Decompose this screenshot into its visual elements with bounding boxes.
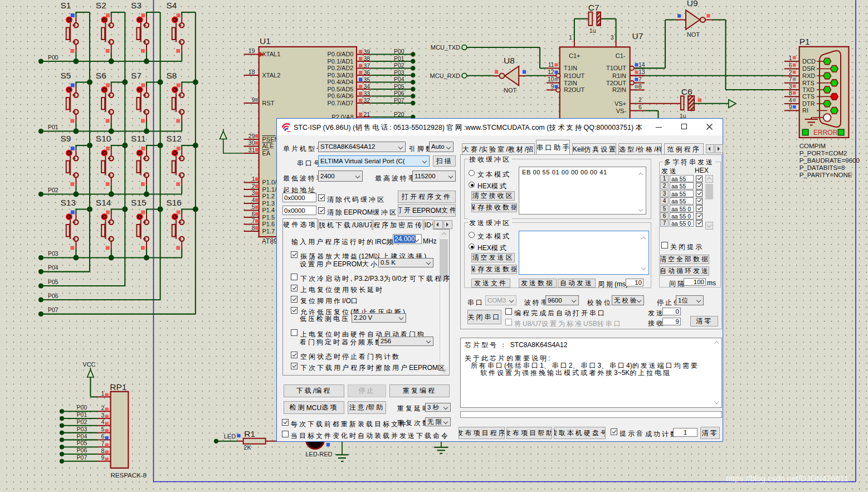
svg-text:P05: P05 <box>77 440 87 446</box>
svg-text:S12: S12 <box>166 134 182 143</box>
svg-text:VCC: VCC <box>82 361 95 368</box>
svg-text:2K: 2K <box>243 444 251 451</box>
svg-text:3: 3 <box>611 34 614 41</box>
svg-text:38: 38 <box>364 55 370 62</box>
svg-text:P0.7/AD7: P0.7/AD7 <box>327 100 353 106</box>
svg-text:NOT: NOT <box>687 31 700 38</box>
svg-text:1: 1 <box>569 34 572 41</box>
svg-text:8: 8 <box>638 83 642 90</box>
svg-text:8: 8 <box>789 90 792 96</box>
svg-text:COMPIM: COMPIM <box>799 143 826 149</box>
svg-text:XTAL1: XTAL1 <box>262 51 281 57</box>
svg-text:T2OUT: T2OUT <box>606 80 626 86</box>
svg-text:S7: S7 <box>131 71 142 80</box>
svg-text:12: 12 <box>548 69 554 75</box>
svg-text:RTS: RTS <box>802 80 815 86</box>
svg-text:P20: P20 <box>394 111 404 118</box>
svg-text:P02: P02 <box>48 187 58 193</box>
svg-text:35: 35 <box>364 76 370 83</box>
svg-text:P07: P07 <box>394 97 404 104</box>
svg-text:5: 5 <box>101 426 104 432</box>
svg-text:R1OUT: R1OUT <box>564 72 585 79</box>
svg-text:P1.3: P1.3 <box>262 200 275 207</box>
svg-text:33: 33 <box>364 90 370 97</box>
svg-text:RXD: RXD <box>802 72 815 79</box>
svg-text:C1+: C1+ <box>569 52 581 59</box>
svg-text:P03: P03 <box>394 69 404 76</box>
svg-text:P1.5: P1.5 <box>262 214 275 221</box>
svg-text:RI: RI <box>802 107 808 114</box>
svg-text:P00: P00 <box>394 48 404 55</box>
svg-text:P01: P01 <box>77 411 87 418</box>
svg-text:P07: P07 <box>77 454 87 461</box>
svg-text:7: 7 <box>101 440 104 447</box>
svg-text:P02: P02 <box>77 418 87 425</box>
svg-text:34: 34 <box>364 83 370 90</box>
svg-text:P06: P06 <box>48 293 58 299</box>
svg-text:31: 31 <box>248 147 255 153</box>
svg-text:30: 30 <box>248 139 255 146</box>
svg-text:LED: LED <box>224 433 236 440</box>
svg-text:P01: P01 <box>394 55 404 62</box>
svg-text:S8: S8 <box>166 71 177 80</box>
svg-text:2: 2 <box>638 96 642 103</box>
svg-text:P1: P1 <box>799 37 810 46</box>
svg-text:6: 6 <box>638 104 642 110</box>
svg-text:S2: S2 <box>96 1 106 10</box>
svg-text:P0.2/AD2: P0.2/AD2 <box>327 65 353 71</box>
svg-text:2: 2 <box>101 405 104 411</box>
svg-text:2: 2 <box>252 183 255 189</box>
svg-text:P01: P01 <box>48 124 58 130</box>
svg-text:8: 8 <box>101 447 104 454</box>
svg-text:P0.6/AD6: P0.6/AD6 <box>327 92 353 99</box>
svg-text:36: 36 <box>364 69 370 76</box>
svg-text:T1IN: T1IN <box>564 65 577 71</box>
svg-text:ALE: ALE <box>262 143 274 149</box>
svg-text:EA: EA <box>262 150 271 157</box>
svg-text:P04: P04 <box>77 433 87 440</box>
svg-text:21: 21 <box>364 111 370 118</box>
svg-text:S3: S3 <box>131 1 142 10</box>
svg-text:9: 9 <box>551 83 554 90</box>
svg-text:S15: S15 <box>131 198 147 207</box>
svg-text:VS+: VS+ <box>615 100 626 107</box>
svg-text:3: 3 <box>252 189 255 196</box>
svg-text:8: 8 <box>252 225 255 231</box>
svg-text:14: 14 <box>638 61 645 68</box>
svg-text:2: 2 <box>789 69 792 76</box>
svg-text:P04: P04 <box>394 76 404 82</box>
svg-text:RST: RST <box>262 100 275 106</box>
svg-text:6: 6 <box>789 62 792 69</box>
svg-text:R2OUT: R2OUT <box>564 86 585 93</box>
svg-text:4: 4 <box>101 418 104 425</box>
svg-text:P0.3/AD3: P0.3/AD3 <box>327 72 353 79</box>
svg-text:C1-: C1- <box>616 52 626 59</box>
svg-text:P0.0/AD0: P0.0/AD0 <box>327 51 353 57</box>
svg-text:37: 37 <box>364 62 370 69</box>
svg-text:P_BAUDRATE=9600: P_BAUDRATE=9600 <box>799 157 860 164</box>
svg-text:P03: P03 <box>77 426 87 432</box>
svg-text:RP1: RP1 <box>110 382 126 392</box>
svg-text:R1IN: R1IN <box>612 72 626 79</box>
svg-text:U1: U1 <box>260 36 271 46</box>
svg-text:DSR: DSR <box>802 65 815 72</box>
svg-text:VS-: VS- <box>616 108 627 114</box>
svg-text:P0.4/AD4: P0.4/AD4 <box>327 79 353 85</box>
svg-text:19: 19 <box>248 47 255 54</box>
svg-text:C6: C6 <box>681 87 693 96</box>
svg-text:R2IN: R2IN <box>612 86 626 93</box>
svg-text:6: 6 <box>252 211 255 217</box>
svg-text:3: 3 <box>789 83 792 90</box>
svg-text:T2IN: T2IN <box>564 80 577 86</box>
svg-text:32: 32 <box>364 97 370 104</box>
svg-text:P00: P00 <box>48 54 58 61</box>
svg-text:18: 18 <box>248 69 255 75</box>
svg-text:7: 7 <box>638 76 642 82</box>
svg-text:P_PARITY=NONE: P_PARITY=NONE <box>799 172 852 178</box>
svg-text:S9: S9 <box>61 134 71 143</box>
svg-text:T1OUT: T1OUT <box>606 65 626 71</box>
svg-text:P05: P05 <box>394 83 404 90</box>
svg-text:TXD: TXD <box>802 86 815 93</box>
svg-text:9: 9 <box>789 104 792 110</box>
svg-text:4: 4 <box>789 97 792 104</box>
